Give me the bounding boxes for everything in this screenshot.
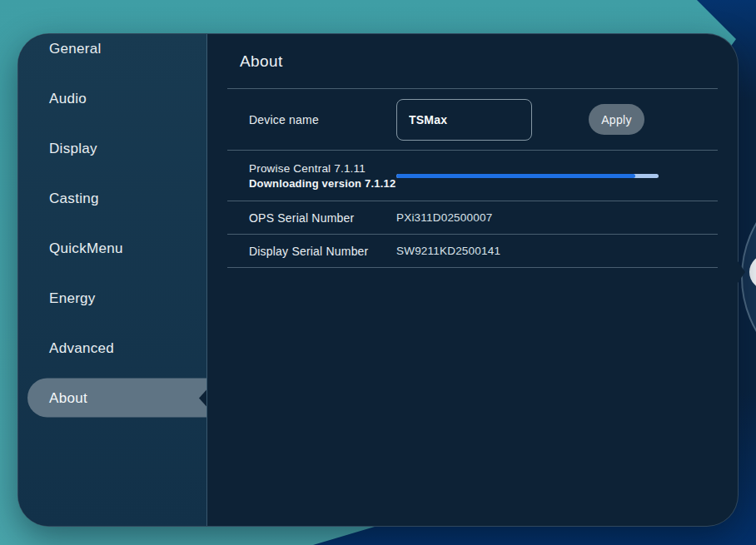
sidebar-item-display[interactable]: Display xyxy=(27,129,206,168)
sidebar-item-general[interactable]: General xyxy=(27,34,206,68)
info-row-value: PXi311D02500007 xyxy=(396,211,492,224)
device-name-row: Device name Apply xyxy=(227,89,718,150)
sidebar-item-label: Energy xyxy=(49,290,96,306)
device-info-list: OPS Serial NumberPXi311D02500007Display … xyxy=(227,201,718,268)
current-version-label: Prowise Central 7.1.11 xyxy=(249,162,396,175)
sidebar-item-about[interactable]: About xyxy=(27,379,206,418)
sidebar-item-label: Audio xyxy=(49,90,87,107)
settings-sidebar: GeneralAudioDisplayCastingQuickMenuEnerg… xyxy=(18,34,207,526)
sidebar-item-label: Casting xyxy=(49,190,99,206)
device-name-label: Device name xyxy=(249,113,396,126)
apply-button[interactable]: Apply xyxy=(589,104,644,135)
update-progress-fill xyxy=(396,174,635,178)
dialog-pointer-arrow xyxy=(738,261,745,283)
settings-dialog: GeneralAudioDisplayCastingQuickMenuEnerg… xyxy=(17,33,739,527)
update-row: Prowise Central 7.1.11 Downloading versi… xyxy=(227,151,718,201)
sidebar-item-energy[interactable]: Energy xyxy=(27,279,206,318)
info-row-label: Display Serial Number xyxy=(249,245,396,258)
screen: GeneralAudioDisplayCastingQuickMenuEnerg… xyxy=(0,0,756,545)
divider xyxy=(227,267,718,268)
update-progress-bar xyxy=(396,174,659,178)
sidebar-item-audio[interactable]: Audio xyxy=(27,79,206,118)
sidebar-item-label: Display xyxy=(49,140,97,156)
sidebar-item-label: General xyxy=(49,40,102,57)
sidebar-item-list: GeneralAudioDisplayCastingQuickMenuEnerg… xyxy=(18,34,206,418)
update-labels: Prowise Central 7.1.11 Downloading versi… xyxy=(249,162,396,190)
sidebar-item-label: QuickMenu xyxy=(49,240,123,256)
page-title: About xyxy=(240,52,283,71)
sidebar-item-quickmenu[interactable]: QuickMenu xyxy=(27,229,206,268)
device-name-input[interactable] xyxy=(396,99,532,141)
about-panel: About Device name Apply Prowise Central … xyxy=(207,34,738,526)
sidebar-item-label: Advanced xyxy=(49,339,114,356)
sidebar-item-label: About xyxy=(49,389,87,406)
info-row: Display Serial NumberSW9211KD2500141 xyxy=(227,235,718,267)
sidebar-item-casting[interactable]: Casting xyxy=(27,179,206,218)
sidebar-item-advanced[interactable]: Advanced xyxy=(27,329,206,368)
info-row-value: SW9211KD2500141 xyxy=(396,245,500,257)
download-status-label: Downloading version 7.1.12 xyxy=(249,177,396,190)
info-row-label: OPS Serial Number xyxy=(249,211,396,225)
info-row: OPS Serial NumberPXi311D02500007 xyxy=(227,201,718,234)
